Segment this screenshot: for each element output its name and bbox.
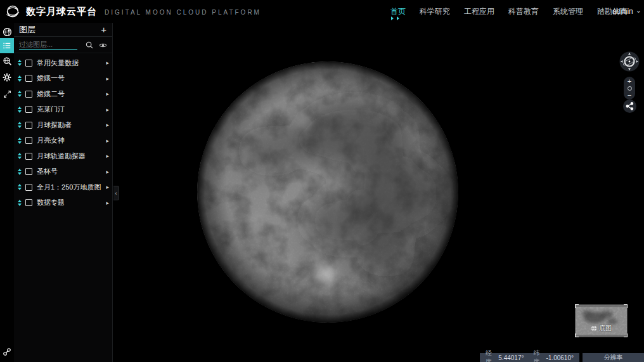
zoom-out-button[interactable]: − [628,92,631,98]
drag-handle-icon[interactable] [18,60,22,66]
nav-item[interactable]: 首页 [390,0,406,23]
coordinate-readout: 经度 5.44017° 纬度 -1.00610° [480,353,579,362]
layer-row[interactable]: 常用矢量数据▸ [14,55,112,71]
reset-view-button[interactable] [628,86,632,91]
resolution-readout: 分辨率 [583,353,644,362]
drag-handle-icon[interactable] [18,75,22,82]
layer-label: 月球探勘者 [37,120,106,130]
drag-handle-icon[interactable] [18,91,22,97]
minimap[interactable]: 底图 [575,304,628,337]
panel-title: 图层 [19,24,101,36]
nav-item[interactable]: 工程应用 [464,0,494,23]
user-name: admin [612,7,633,16]
zoom-in-button[interactable]: + [628,78,631,84]
layer-checkbox[interactable] [25,106,32,113]
layer-expand-icon[interactable]: ▸ [106,91,109,97]
drag-handle-icon[interactable] [18,200,22,206]
layer-expand-icon[interactable]: ▸ [106,184,109,190]
layer-row[interactable]: 嫦娥二号▸ [14,86,112,102]
latitude-value: -1.00610° [546,354,574,361]
longitude-label: 经度 [486,349,495,362]
drag-handle-icon[interactable] [18,138,22,144]
layer-expand-icon[interactable]: ▸ [106,122,109,128]
layer-checkbox[interactable] [25,199,32,206]
layer-row[interactable]: 全月1：250万地质图▸ [14,179,112,195]
layer-label: 嫦娥二号 [37,89,106,99]
moon-globe[interactable] [196,61,459,323]
globe-icon[interactable] [0,27,14,37]
layer-expand-icon[interactable]: ▸ [106,169,109,175]
layer-label: 圣杯号 [37,167,106,176]
layer-checkbox[interactable] [25,137,32,144]
drag-handle-icon[interactable] [18,169,22,175]
layer-row[interactable]: 月球轨道勘探器▸ [14,148,112,164]
chevron-down-icon: ⌄ [636,6,641,15]
app-subtitle: DIGITAL MOON CLOUD PLATFORM [105,9,261,16]
layer-panel: 图层 + 常用矢量数据▸嫦娥一号▸嫦娥二号▸克莱门汀▸月球探勘者▸月亮女神▸月球… [14,23,113,362]
drag-handle-icon[interactable] [18,153,22,159]
basemap-label[interactable]: 底图 [576,324,627,333]
resolution-label: 分辨率 [604,353,623,362]
user-menu[interactable]: admin ⌄ [612,0,641,23]
layer-checkbox[interactable] [25,153,32,160]
layer-checkbox[interactable] [25,75,32,82]
top-bar: 数字月球云平台 DIGITAL MOON CLOUD PLATFORM 首页科学… [0,0,644,23]
drag-handle-icon[interactable] [18,107,22,113]
layer-label: 常用矢量数据 [37,58,106,68]
layer-filter-input[interactable] [19,39,77,50]
minimap-corner [624,304,628,308]
zoom-control: + − [624,77,635,100]
active-tab-indicator [391,16,399,20]
layer-search-row [14,37,112,53]
layer-row[interactable]: 圣杯号▸ [14,164,112,180]
minimap-corner [575,304,579,308]
layer-list: 常用矢量数据▸嫦娥一号▸嫦娥二号▸克莱门汀▸月球探勘者▸月亮女神▸月球轨道勘探器… [14,55,112,210]
link-icon[interactable] [0,347,14,357]
minimap-corner [575,333,579,337]
layer-expand-icon[interactable]: ▸ [106,138,109,144]
layer-label: 克莱门汀 [37,105,106,114]
moon-logo-icon [5,4,20,19]
layer-expand-icon[interactable]: ▸ [106,75,109,82]
layer-expand-icon[interactable]: ▸ [106,200,109,206]
layer-checkbox[interactable] [25,91,32,98]
share-button[interactable] [623,100,636,113]
layer-label: 全月1：250万地质图 [37,183,106,192]
fullscreen-icon[interactable] [0,89,14,99]
eye-icon[interactable] [99,42,107,48]
add-layer-button[interactable]: + [101,25,106,34]
drag-handle-icon[interactable] [18,122,22,128]
layer-expand-icon[interactable]: ▸ [106,107,109,113]
basemap-globe-icon [591,325,597,332]
nav-item[interactable]: 系统管理 [553,0,583,23]
compass-navigation-widget[interactable] [619,51,640,72]
layer-row[interactable]: 月亮女神▸ [14,133,112,149]
layer-checkbox[interactable] [25,168,32,175]
layer-expand-icon[interactable]: ▸ [106,153,109,159]
nav-item[interactable]: 科普教育 [508,0,539,23]
layer-expand-icon[interactable]: ▸ [106,60,109,66]
layer-row[interactable]: 数据专题▸ [14,195,112,211]
main-nav: 首页科学研究工程应用科普教育系统管理踏勘仿真 [390,0,628,23]
layer-row[interactable]: 克莱门汀▸ [14,102,112,118]
layer-label: 数据专题 [37,198,106,207]
app-title: 数字月球云平台 [26,6,97,18]
search-globe-icon[interactable] [0,56,14,66]
search-icon[interactable] [86,41,93,49]
layer-checkbox[interactable] [25,184,32,191]
layer-row[interactable]: 月球探勘者▸ [14,117,112,133]
longitude-value: 5.44017° [498,354,524,361]
brand: 数字月球云平台 DIGITAL MOON CLOUD PLATFORM [5,0,261,23]
layer-row[interactable]: 嫦娥一号▸ [14,71,112,87]
minimap-corner [624,333,628,337]
gear-icon[interactable] [0,72,14,82]
panel-collapse-button[interactable]: ‹ [113,186,119,200]
layer-checkbox[interactable] [25,122,32,129]
drag-handle-icon[interactable] [18,184,22,190]
nav-item[interactable]: 科学研究 [420,0,450,23]
layer-label: 嫦娥一号 [37,74,106,83]
layer-label: 月球轨道勘探器 [37,152,106,161]
layer-checkbox[interactable] [25,60,32,67]
layers-list-icon[interactable] [0,38,14,53]
basemap-label-text: 底图 [599,324,612,333]
